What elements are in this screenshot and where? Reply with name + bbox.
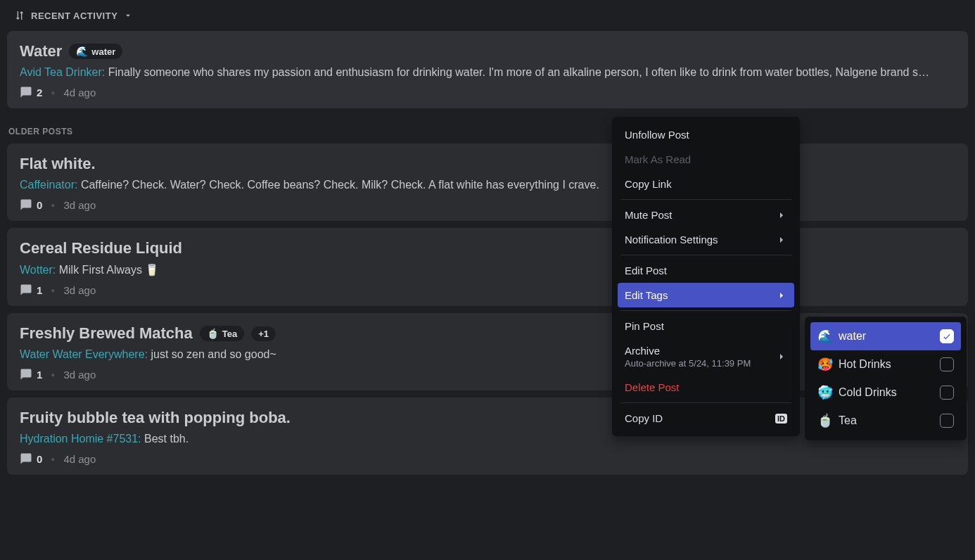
reply-count: 1: [20, 368, 42, 381]
chat-bubble-icon: [20, 284, 32, 296]
menu-separator: [620, 199, 791, 200]
post-author: Avid Tea Drinker:: [20, 66, 105, 78]
post-time: 4d ago: [63, 453, 96, 465]
forum-post-card[interactable]: Water 🌊 water Avid Tea Drinker: Finally …: [7, 31, 968, 108]
tag-option-hot-drinks[interactable]: 🥵 Hot Drinks: [810, 350, 961, 378]
menu-copy-link[interactable]: Copy Link: [618, 172, 794, 196]
sort-label: RECENT ACTIVITY: [31, 11, 117, 21]
tag-option-tea[interactable]: 🍵 Tea: [810, 407, 961, 435]
tag-option-water[interactable]: 🌊 water: [810, 322, 961, 350]
post-tag-overflow[interactable]: +1: [251, 326, 276, 341]
post-tag[interactable]: 🌊 water: [69, 44, 122, 59]
separator-dot: ●: [51, 371, 55, 378]
chevron-right-icon: [776, 290, 787, 301]
post-author: Wotter:: [20, 264, 56, 276]
post-preview: Caffeinator: Caffeine? Check. Water? Che…: [20, 179, 955, 191]
post-title: Water: [20, 42, 62, 61]
chevron-right-icon: [776, 351, 787, 362]
post-time: 4d ago: [63, 87, 96, 98]
wave-icon: 🌊: [76, 46, 88, 57]
post-title: Fruity bubble tea with popping boba.: [20, 409, 291, 427]
tag-option-label: water: [839, 330, 866, 343]
post-time: 3d ago: [63, 284, 96, 296]
tag-label: +1: [258, 329, 269, 339]
checkbox-unchecked[interactable]: [940, 357, 954, 371]
post-author: Water Water Everywhere:: [20, 348, 148, 360]
tag-option-label: Hot Drinks: [839, 358, 891, 371]
tea-icon: 🍵: [817, 413, 831, 428]
chat-bubble-icon: [20, 198, 32, 211]
menu-delete-post[interactable]: Delete Post: [618, 375, 794, 400]
chat-bubble-icon: [20, 452, 32, 465]
checkbox-unchecked[interactable]: [940, 386, 954, 400]
forum-post-card[interactable]: Cereal Residue Liquid Wotter: Milk First…: [7, 228, 968, 306]
tag-option-label: Cold Drinks: [839, 386, 897, 399]
post-preview: Avid Tea Drinker: Finally someone who sh…: [20, 66, 955, 79]
reply-count: 2: [20, 86, 42, 98]
chevron-right-icon: [776, 210, 787, 221]
post-title: Flat white.: [20, 155, 96, 173]
tag-option-cold-drinks[interactable]: 🥶 Cold Drinks: [810, 378, 961, 407]
post-title: Freshly Brewed Matcha: [20, 324, 193, 343]
wave-icon: 🌊: [817, 329, 831, 344]
chat-bubble-icon: [20, 368, 32, 381]
post-preview-text: Finally someone who shares my passion an…: [108, 66, 929, 78]
forum-post-card[interactable]: Flat white. Caffeinator: Caffeine? Check…: [7, 144, 968, 221]
separator-dot: ●: [51, 455, 55, 463]
tag-label: water: [91, 46, 115, 57]
reply-count: 0: [20, 452, 42, 465]
chevron-down-icon: [123, 11, 133, 20]
sort-icon: [14, 10, 25, 21]
menu-mark-as-read: Mark As Read: [618, 147, 794, 172]
chevron-right-icon: [776, 234, 787, 246]
edit-tags-submenu: 🌊 water 🥵 Hot Drinks 🥶 Cold Drinks 🍵 Tea: [805, 317, 967, 440]
checkbox-unchecked[interactable]: [940, 414, 954, 428]
section-older-posts: OLDER POSTS: [8, 127, 968, 136]
menu-edit-tags[interactable]: Edit Tags: [618, 283, 794, 307]
chat-bubble-icon: [20, 86, 32, 98]
post-preview: Wotter: Milk First Always 🥛: [20, 263, 955, 276]
menu-pin-post[interactable]: Pin Post: [618, 314, 794, 338]
id-badge-icon: ID: [775, 414, 787, 424]
menu-separator: [620, 310, 791, 311]
post-author: Hydration Homie #7531:: [20, 433, 141, 445]
menu-notification-settings[interactable]: Notification Settings: [618, 227, 794, 252]
separator-dot: ●: [51, 89, 55, 96]
archive-subtext: Auto-archive at 5/24, 11:39 PM: [625, 358, 751, 369]
menu-edit-post[interactable]: Edit Post: [618, 258, 794, 283]
post-author: Caffeinator:: [20, 179, 77, 191]
post-time: 3d ago: [63, 369, 96, 381]
checkbox-checked[interactable]: [940, 329, 954, 343]
hot-face-icon: 🥵: [817, 357, 831, 372]
separator-dot: ●: [51, 201, 55, 209]
post-title: Cereal Residue Liquid: [20, 239, 182, 257]
reply-count: 0: [20, 198, 42, 211]
tag-label: Tea: [222, 329, 237, 339]
post-time: 3d ago: [63, 199, 96, 211]
menu-unfollow-post[interactable]: Unfollow Post: [618, 122, 794, 147]
check-icon: [942, 331, 952, 341]
menu-separator: [620, 402, 791, 403]
post-preview-text: Caffeine? Check. Water? Check. Coffee be…: [81, 179, 599, 191]
tag-option-label: Tea: [839, 414, 857, 427]
tea-icon: 🍵: [207, 328, 219, 339]
post-preview-text: just so zen and so good~: [151, 348, 276, 360]
menu-copy-id[interactable]: Copy ID ID: [618, 406, 794, 431]
reply-count: 1: [20, 284, 42, 296]
post-preview-text: Best tbh.: [144, 433, 189, 445]
sort-dropdown[interactable]: RECENT ACTIVITY: [7, 7, 140, 24]
menu-archive[interactable]: Archive Auto-archive at 5/24, 11:39 PM: [618, 338, 794, 375]
post-context-menu: Unfollow Post Mark As Read Copy Link Mut…: [612, 117, 800, 436]
cold-face-icon: 🥶: [817, 385, 831, 400]
separator-dot: ●: [51, 286, 55, 294]
menu-mute-post[interactable]: Mute Post: [618, 203, 794, 227]
menu-separator: [620, 255, 791, 255]
post-preview-text: Milk First Always 🥛: [59, 264, 160, 276]
post-tag[interactable]: 🍵 Tea: [200, 326, 244, 341]
